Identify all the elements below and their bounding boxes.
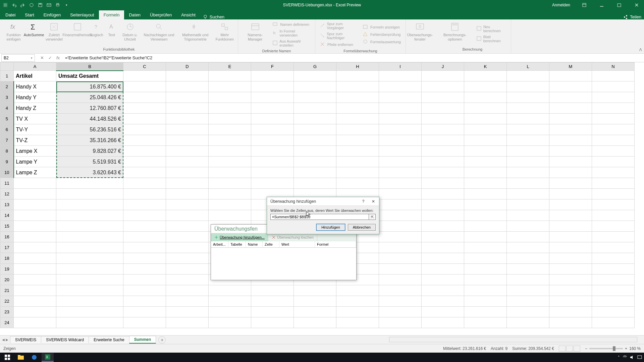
edge-icon[interactable] [28,353,40,362]
name-manager-button[interactable]: Namens-Manager [240,21,270,48]
create-from-selection-button[interactable]: Aus Auswahl erstellen [270,38,313,48]
cell[interactable] [123,199,166,210]
cell[interactable] [166,92,209,103]
define-name-button[interactable]: Namen definieren [270,21,313,28]
cell[interactable] [123,253,166,264]
cell[interactable] [592,232,635,242]
view-buttons[interactable] [559,346,580,352]
cell[interactable] [294,296,336,307]
cell[interactable] [464,146,507,157]
col-header-d[interactable]: D [166,63,209,71]
row-header[interactable]: 10 [0,167,14,178]
cell[interactable] [166,285,209,296]
cell[interactable] [507,189,549,199]
tab-seitenlayout[interactable]: Seitenlayout [65,10,99,19]
cell[interactable] [166,242,209,253]
cell[interactable] [592,124,635,135]
cell[interactable] [123,317,166,328]
cell[interactable] [294,114,336,124]
cell[interactable] [123,71,166,81]
cell[interactable] [379,135,422,146]
cell[interactable] [464,71,507,81]
cell[interactable] [379,232,422,242]
cell[interactable] [592,253,635,264]
row-header[interactable]: 15 [0,221,14,232]
cell[interactable] [14,242,56,253]
sheet-tab-3[interactable]: Erweiterte Suche [89,336,129,343]
cell[interactable] [56,242,123,253]
cell[interactable] [14,178,56,189]
col-header-n[interactable]: N [592,63,635,71]
cell[interactable] [507,135,549,146]
cell[interactable] [592,317,635,328]
redo-icon[interactable] [20,2,25,8]
cell[interactable] [336,81,379,92]
cell[interactable] [592,307,635,317]
row-header[interactable]: 2 [0,81,14,92]
calc-sheet-button[interactable]: Blatt berechnen [474,34,509,44]
cell[interactable] [336,135,379,146]
cell[interactable] [123,189,166,199]
col-header-e[interactable]: E [209,63,251,71]
cell[interactable] [592,296,635,307]
sheet-nav-arrows[interactable]: ◀ ▶ [2,338,8,342]
cell[interactable] [507,253,549,264]
cell[interactable] [592,135,635,146]
cell[interactable] [464,317,507,328]
wifi-icon[interactable] [623,355,627,360]
cell[interactable] [166,317,209,328]
cell[interactable] [209,307,251,317]
cell[interactable] [14,189,56,199]
cell[interactable]: Lampe X [14,146,56,157]
cell[interactable] [251,135,294,146]
cell[interactable] [592,92,635,103]
sheet-tab-2[interactable]: SVERWEIS Wildcard [41,336,89,343]
cell[interactable] [336,167,379,178]
cell[interactable] [336,285,379,296]
cell[interactable] [507,264,549,275]
collapse-ribbon-icon[interactable]: ᐱ [639,48,642,52]
cell[interactable] [14,307,56,317]
cell[interactable]: 3.620.643 € [56,167,123,178]
cell[interactable]: Lampe Z [14,167,56,178]
cell[interactable] [592,275,635,285]
cell[interactable] [507,81,549,92]
cell[interactable] [123,114,166,124]
cell[interactable] [336,157,379,167]
cell[interactable] [507,71,549,81]
cell[interactable] [507,92,549,103]
cell[interactable] [56,189,123,199]
cell[interactable] [166,103,209,114]
cell[interactable] [166,275,209,285]
cell[interactable] [209,135,251,146]
col-header-g[interactable]: G [294,63,336,71]
cell[interactable] [549,296,592,307]
cell[interactable] [209,178,251,189]
cell[interactable] [549,189,592,199]
cell[interactable] [123,146,166,157]
close-icon[interactable] [631,0,643,10]
cell[interactable] [422,285,464,296]
cell[interactable] [251,114,294,124]
more-functions-button[interactable]: Mehr Funktionen [214,21,236,47]
cell[interactable] [336,307,379,317]
cell[interactable]: 5.519.931 € [56,157,123,167]
financial-button[interactable]: Finanzmathematik [66,21,90,47]
cell[interactable] [507,178,549,189]
cell[interactable] [592,189,635,199]
cell[interactable] [464,242,507,253]
cell[interactable] [379,221,422,232]
cell[interactable] [549,167,592,178]
row-header[interactable]: 24 [0,317,14,328]
sheet-tab-1[interactable]: SVERWEIS [10,336,41,343]
cell[interactable] [422,189,464,199]
cell[interactable] [123,103,166,114]
cell[interactable] [166,157,209,167]
col-header-f[interactable]: F [251,63,294,71]
cell[interactable] [251,103,294,114]
show-formulas-button[interactable]: Formeln anzeigen [360,23,404,31]
cell[interactable] [56,317,123,328]
cell[interactable] [592,167,635,178]
cell[interactable] [549,114,592,124]
row-header[interactable]: 20 [0,275,14,285]
